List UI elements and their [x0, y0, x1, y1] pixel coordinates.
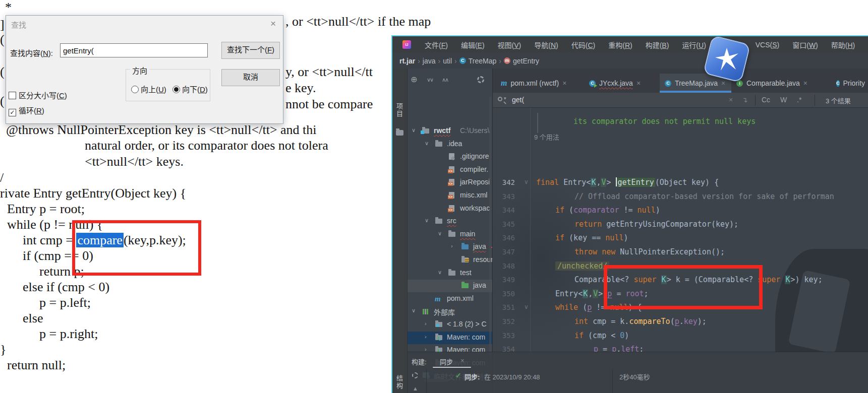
tab-close-icon[interactable]: ×: [562, 79, 566, 87]
tool-window-structure[interactable]: 结构: [394, 375, 404, 390]
tree-item-maven-com[interactable]: ›Maven: com: [408, 332, 493, 344]
tree-item-main[interactable]: ∨main: [408, 228, 493, 241]
refresh-icon[interactable]: [412, 372, 418, 378]
chevron-down-icon[interactable]: ∨: [438, 269, 442, 276]
code-editor[interactable]: its comparator does not permit null keys…: [493, 108, 868, 352]
gutter-line-number[interactable]: 350: [495, 288, 515, 300]
tree-item-pom.xml[interactable]: mpom.xml: [408, 293, 493, 305]
fold-marker-icon[interactable]: ∨: [524, 178, 529, 185]
words-toggle[interactable]: W: [780, 96, 787, 104]
chevron-right-icon[interactable]: ›: [425, 334, 427, 340]
tree-item-compiler.[interactable]: <>compiler.: [408, 164, 493, 176]
search-options-chevron-icon[interactable]: ▾: [504, 96, 506, 101]
tree-item-resour[interactable]: resour: [408, 254, 493, 267]
breadcrumb-item[interactable]: CTreeMap: [459, 57, 497, 65]
match-case-checkbox[interactable]: 区分大小写(C): [9, 90, 67, 100]
editor-tab-priority[interactable]: CPriority: [831, 74, 868, 93]
direction-up-radio[interactable]: 向上(U): [131, 84, 166, 94]
editor-tab-jycxk-java[interactable]: CJYcxk.java×: [584, 74, 660, 93]
chevron-down-icon[interactable]: ∨: [412, 127, 416, 134]
chevron-right-icon[interactable]: ›: [425, 320, 427, 326]
code-line-346[interactable]: if (key == null): [555, 232, 628, 244]
breadcrumb-item[interactable]: rt.jar: [399, 57, 415, 65]
intellij-logo-icon[interactable]: [402, 40, 411, 49]
menu-item[interactable]: 帮助(H): [825, 40, 861, 50]
expand-all-icon[interactable]: ∨∨: [427, 76, 433, 84]
collapse-all-icon[interactable]: ∧∧: [442, 76, 448, 84]
tree-item-src[interactable]: ∨src: [408, 215, 493, 228]
gutter-line-number[interactable]: 347: [495, 246, 515, 258]
find-query-input[interactable]: get(: [512, 96, 524, 104]
breadcrumb-item[interactable]: java: [423, 57, 436, 65]
tab-close-icon[interactable]: ×: [636, 79, 641, 87]
locate-target-icon[interactable]: ⊕: [411, 76, 417, 84]
find-what-input[interactable]: [60, 43, 208, 57]
settings-gear-icon[interactable]: [477, 76, 484, 83]
menu-item[interactable]: 文件(F): [418, 40, 454, 50]
gutter-line-number[interactable]: 342: [495, 176, 515, 188]
gutter-line-number[interactable]: 344: [495, 204, 515, 216]
menu-item[interactable]: 构建(B): [639, 40, 676, 50]
gutter-line-number[interactable]: 345: [495, 218, 515, 230]
menu-item[interactable]: 重构(R): [602, 40, 639, 50]
tree-item-jarreposi[interactable]: <>jarReposi: [408, 176, 493, 189]
chevron-right-icon[interactable]: ›: [451, 243, 453, 249]
newline-icon[interactable]: ↴: [742, 96, 748, 104]
chevron-down-icon[interactable]: ∨: [438, 230, 442, 237]
gutter-line-number[interactable]: 351: [495, 301, 515, 313]
menu-item[interactable]: VCS(S): [749, 41, 786, 49]
gutter-line-number[interactable]: 348: [495, 260, 515, 272]
gutter-line-number[interactable]: 349: [495, 274, 515, 286]
code-line-342[interactable]: final Entry<K,V> getEntry(Object key) {: [536, 176, 719, 188]
gutter-line-number[interactable]: 352: [495, 315, 515, 328]
code-line-344[interactable]: if (comparator != null): [555, 204, 660, 216]
menu-item[interactable]: 编辑(E): [454, 40, 491, 50]
tab-close-icon[interactable]: ×: [803, 79, 807, 87]
code-line-345[interactable]: return getEntryUsingComparator(key);: [574, 218, 738, 230]
tree-item-test[interactable]: ∨test: [408, 267, 493, 280]
direction-down-radio[interactable]: 向下(D): [172, 84, 208, 94]
menu-item[interactable]: 导航(N): [528, 40, 564, 50]
editor-tab-pom-xml-rwctf-[interactable]: mpom.xml (rwctf)×: [496, 74, 584, 93]
tool-window-project[interactable]: 项目: [394, 103, 404, 118]
tree-item-misc.xml[interactable]: <>misc.xml: [408, 189, 493, 202]
tree-item--1.8-2-c[interactable]: ›< 1.8 (2) > C: [408, 318, 493, 331]
folder-icon[interactable]: [396, 130, 403, 136]
fold-marker-icon[interactable]: ∨: [524, 303, 529, 310]
code-line-353[interactable]: if (cmp < 0): [574, 330, 629, 342]
tree-item-java[interactable]: java: [408, 280, 493, 292]
project-vscrollbar[interactable]: [489, 97, 491, 359]
close-icon[interactable]: ×: [270, 18, 276, 29]
sync-tab[interactable]: 同步: [440, 357, 453, 366]
breadcrumb-item[interactable]: mgetEntry: [504, 57, 539, 65]
cancel-button[interactable]: 取消: [221, 69, 280, 86]
menu-item[interactable]: 代码(C): [565, 40, 602, 50]
tree-item-.gitignore[interactable]: ⊘.gitignore: [408, 151, 493, 163]
code-line-347[interactable]: throw new NullPointerException();: [574, 246, 725, 258]
chevron-down-icon[interactable]: ∨: [425, 140, 429, 147]
gutter-line-number[interactable]: 343: [495, 190, 515, 203]
wrap-around-checkbox[interactable]: ✓循环(R): [9, 105, 44, 116]
tree-item-.idea[interactable]: ∨.idea: [408, 138, 493, 151]
chevron-down-icon[interactable]: ∨: [425, 217, 429, 224]
gutter-line-number[interactable]: 354: [495, 343, 515, 352]
usages-hint[interactable]: 9 个用法: [534, 132, 559, 142]
breadcrumb-item[interactable]: util: [443, 57, 452, 65]
tree-item-java[interactable]: ›java: [408, 241, 493, 253]
regex-toggle[interactable]: .*: [797, 96, 801, 104]
clear-search-icon[interactable]: ×: [729, 96, 733, 104]
code-line-348[interactable]: /unchecked/: [555, 260, 609, 272]
export-icon[interactable]: ▲: [413, 385, 418, 391]
tree-item-rwctf[interactable]: ∨rwctfC:\Users\: [408, 125, 493, 138]
tree-item-外部库[interactable]: ∨外部库: [408, 305, 493, 318]
menu-item[interactable]: 视图(V): [491, 40, 528, 50]
gutter-line-number[interactable]: 346: [495, 232, 515, 244]
code-line-354[interactable]: p = p.left;: [594, 343, 644, 352]
match-case-toggle[interactable]: Cc: [762, 96, 770, 104]
chevron-down-icon[interactable]: ∨: [412, 307, 416, 314]
find-next-button[interactable]: 查找下一个(F): [221, 42, 280, 59]
code-line-343[interactable]: // Offload comparator-based version for …: [574, 190, 834, 203]
code-line-352[interactable]: int cmp = k.compareTo(p.key);: [574, 315, 707, 328]
close-icon[interactable]: ×: [460, 357, 465, 364]
bird-app-overlay-icon[interactable]: [705, 37, 748, 81]
